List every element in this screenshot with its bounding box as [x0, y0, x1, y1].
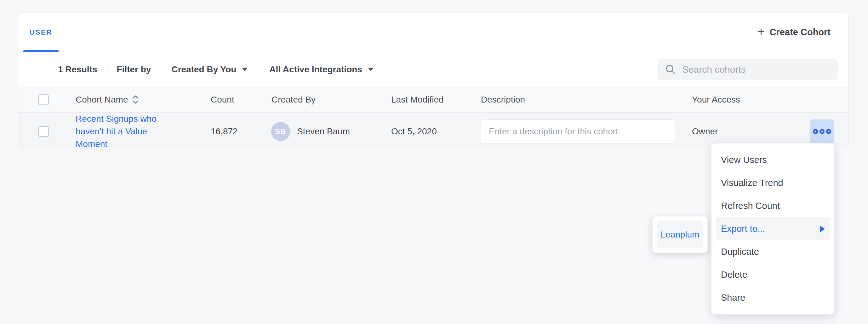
create-cohort-label: Create Cohort — [770, 27, 831, 37]
menu-item-view-users[interactable]: View Users — [711, 148, 834, 172]
created-by-filter-dropdown[interactable]: Created By You — [163, 60, 256, 79]
bottom-divider — [0, 323, 868, 323]
menu-item-refresh-count[interactable]: Refresh Count — [711, 194, 834, 217]
menu-item-share[interactable]: Share — [711, 286, 834, 309]
cohort-name-link[interactable]: Recent Signups who haven't hit a Value M… — [75, 113, 158, 150]
description-input[interactable] — [481, 119, 675, 143]
menu-item-duplicate[interactable]: Duplicate — [711, 240, 834, 263]
column-header-created-by[interactable]: Created By — [272, 95, 316, 105]
column-header-count[interactable]: Count — [211, 95, 234, 105]
integrations-filter-dropdown[interactable]: All Active Integrations — [261, 60, 382, 79]
filter-bar: 1 Results Filter by Created By You All A… — [18, 52, 848, 87]
row-actions-menu: View Users Visualize Trend Refresh Count… — [711, 143, 835, 315]
column-header-your-access[interactable]: Your Access — [692, 95, 740, 105]
tab-bar: USER + Create Cohort — [18, 13, 848, 52]
column-header-description[interactable]: Description — [481, 95, 525, 105]
create-cohort-button[interactable]: + Create Cohort — [748, 23, 840, 41]
select-all-checkbox[interactable] — [38, 94, 49, 105]
results-count: 1 Results — [58, 65, 97, 75]
tab-user-label: USER — [29, 28, 52, 36]
menu-item-visualize-trend[interactable]: Visualize Trend — [711, 172, 834, 194]
created-by-cell: SB Steven Baum — [271, 122, 350, 141]
menu-item-delete[interactable]: Delete — [711, 263, 834, 286]
cohorts-page: { "colors": { "accent": "#2c6ef2", "row_… — [0, 0, 868, 324]
search-cohorts-box — [658, 59, 838, 80]
chevron-down-icon — [242, 68, 248, 71]
search-icon — [665, 64, 676, 75]
row-checkbox[interactable] — [38, 126, 49, 137]
divider — [107, 63, 107, 76]
cohort-count: 16,872 — [211, 127, 238, 137]
plus-icon: + — [757, 26, 764, 37]
search-cohorts-input[interactable] — [682, 64, 830, 75]
menu-item-leanplum[interactable]: Leanplum — [657, 221, 703, 248]
menu-item-export-to[interactable]: Export to... — [716, 217, 830, 240]
more-options-icon — [813, 129, 818, 134]
access-level: Owner — [692, 127, 718, 137]
created-by-name: Steven Baum — [297, 127, 350, 137]
tab-user[interactable]: USER — [23, 13, 59, 52]
table-header-row: Cohort Name Count Created By Last Modifi… — [18, 87, 848, 113]
sort-icon[interactable] — [132, 95, 139, 104]
last-modified-date: Oct 5, 2020 — [391, 127, 437, 137]
export-submenu: Leanplum — [652, 216, 708, 253]
column-header-last-modified[interactable]: Last Modified — [391, 95, 444, 105]
chevron-down-icon — [368, 68, 374, 71]
cohorts-panel: USER + Create Cohort 1 Results Filter by… — [18, 12, 848, 150]
row-actions-button[interactable] — [810, 119, 834, 143]
column-header-cohort-name[interactable]: Cohort Name — [75, 95, 139, 105]
filter-by-label: Filter by — [117, 65, 151, 75]
avatar: SB — [271, 122, 290, 141]
submenu-arrow-icon — [820, 225, 825, 232]
